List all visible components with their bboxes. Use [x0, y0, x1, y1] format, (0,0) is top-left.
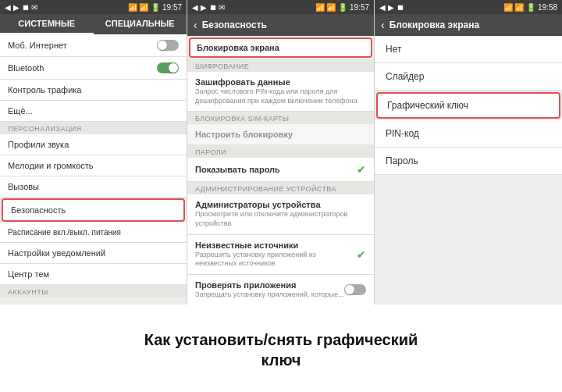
settings-item-more-label: Ещё... — [8, 106, 33, 116]
status-bar-2: ◀ ▶ ⏹ ✉ 📶 📶 🔋 19:57 — [187, 0, 374, 14]
security-item-lock-screen[interactable]: Блокировка экрана — [189, 37, 372, 58]
device-admins-subtitle: Просмотрите или отключите администраторо… — [195, 210, 366, 228]
verify-apps-subtitle: Запрещать установку приложений, которые.… — [195, 290, 344, 300]
toggle-bluetooth[interactable] — [157, 62, 179, 73]
settings-item-themes-label: Центр тем — [8, 269, 49, 279]
settings-item-schedule-label: Расписание вкл./выкл. питания — [8, 228, 121, 237]
show-password-title: Показывать пароль — [195, 165, 280, 174]
section-device-admin: АДМИНИСТРИРОВАНИЕ УСТРОЙСТВА — [187, 182, 374, 194]
verify-apps-title: Проверять приложения — [195, 280, 344, 290]
settings-item-ringtones-label: Мелодии и громкость — [8, 161, 94, 170]
lock-option-password[interactable]: Пароль — [375, 148, 562, 175]
settings-item-ringtones[interactable]: Мелодии и громкость — [0, 155, 187, 176]
security-sim-lock-title: Настроить блокировку — [195, 130, 366, 139]
settings-item-notifications[interactable]: Настройки уведомлений — [0, 243, 187, 264]
lock-option-pattern[interactable]: Графический ключ — [376, 92, 560, 119]
settings-item-themes[interactable]: Центр тем — [0, 264, 187, 285]
settings-item-bluetooth[interactable]: Bluetooth — [0, 57, 187, 80]
settings-item-sound-profiles[interactable]: Профили звука — [0, 134, 187, 155]
status-right-icons-3: 📶 📶 🔋 19:58 — [503, 3, 557, 12]
security-item-show-password[interactable]: Показывать пароль ✔ — [187, 158, 374, 182]
caption-line1: Как установить/снять графический — [144, 331, 418, 348]
security-item-device-admins[interactable]: Администраторы устройства Просмотрите ил… — [187, 194, 374, 234]
settings-item-schedule[interactable]: Расписание вкл./выкл. питания — [0, 223, 187, 243]
screen3-header: ‹ Блокировка экрана — [375, 14, 562, 36]
unknown-sources-text-block: Неизвестные источники Разрешить установк… — [195, 241, 357, 269]
screen3-title: Блокировка экрана — [389, 20, 479, 30]
section-accounts: АККАУНТЫ — [0, 285, 187, 298]
settings-item-security-label: Безопасность — [11, 205, 66, 215]
device-admins-title: Администраторы устройства — [195, 200, 366, 209]
security-item-sim-lock[interactable]: Настроить блокировку — [187, 124, 374, 145]
back-arrow-2[interactable]: ‹ — [194, 19, 197, 31]
status-left-icons-3: ◀ ▶ ⏹ — [379, 3, 404, 12]
caption-line2: ключ — [261, 351, 301, 369]
screen1-settings: ◀ ▶ ⏹ ✉ 📶 📶 🔋 19:57 СИСТЕМНЫЕ СПЕЦИАЛЬНЫ… — [0, 0, 187, 305]
security-item-verify-apps[interactable]: Проверять приложения Запрещать установку… — [187, 275, 374, 305]
section-encryption: ШИФРОВАНИЕ — [187, 59, 374, 72]
security-encrypt-title: Зашифровать данные — [195, 77, 366, 87]
settings-item-notifications-label: Настройки уведомлений — [8, 248, 105, 258]
verify-apps-text-block: Проверять приложения Запрещать установку… — [195, 280, 344, 300]
status-left-icons-2: ◀ ▶ ⏹ ✉ — [192, 3, 225, 12]
settings-list-1: Моб. Интернет Bluetooth Контроль трафика… — [0, 34, 187, 305]
settings-item-calls[interactable]: Вызовы — [0, 176, 187, 198]
screen2-header: ‹ Безопасность — [187, 14, 374, 36]
settings-item-mob-internet-label: Моб. Интернет — [8, 41, 67, 50]
section-sim-lock: БЛОКИРОВКА SIM-КАРТЫ — [187, 112, 374, 124]
security-item-unknown-sources[interactable]: Неизвестные источники Разрешить установк… — [187, 235, 374, 275]
screen3-lock-screen: ◀ ▶ ⏹ 📶 📶 🔋 19:58 ‹ Блокировка экрана Не… — [375, 0, 562, 305]
settings-item-security[interactable]: Безопасность — [2, 198, 185, 222]
security-item-encrypt[interactable]: Зашифровать данные Запрос числового PIN-… — [187, 72, 374, 112]
settings-item-traffic-label: Контроль трафика — [8, 85, 81, 94]
settings-item-bluetooth-label: Bluetooth — [8, 63, 44, 73]
status-left-icons-1: ◀ ▶ ⏹ ✉ — [5, 3, 37, 12]
settings-item-mob-internet[interactable]: Моб. Интернет — [0, 34, 187, 57]
lock-option-pin[interactable]: PIN-код — [375, 120, 562, 148]
security-content: Блокировка экрана ШИФРОВАНИЕ Зашифровать… — [187, 36, 374, 305]
verify-apps-row: Проверять приложения Запрещать установку… — [195, 280, 366, 300]
status-right-icons-2: 📶 📶 🔋 19:57 — [315, 3, 369, 12]
caption-bar: Как установить/снять графический ключ — [0, 305, 562, 392]
settings-item-sound-profiles-label: Профили звука — [8, 140, 69, 149]
back-arrow-3[interactable]: ‹ — [381, 19, 385, 31]
status-right-icons-1: 📶 📶 🔋 19:57 — [128, 3, 182, 12]
tab-bar-1: СИСТЕМНЫЕ СПЕЦИАЛЬНЫЕ — [0, 14, 187, 34]
toggle-verify-apps[interactable] — [344, 284, 366, 295]
lock-options-list: Нет Слайдер Графический ключ PIN-код Пар… — [375, 36, 562, 305]
status-bar-3: ◀ ▶ ⏹ 📶 📶 🔋 19:58 — [375, 0, 562, 14]
toggle-mob-internet[interactable] — [157, 40, 179, 51]
security-lock-screen-title: Блокировка экрана — [197, 43, 365, 52]
security-encrypt-subtitle: Запрос числового PIN-кода или пароля для… — [195, 87, 366, 105]
lock-option-slider[interactable]: Слайдер — [375, 63, 562, 91]
tab-system[interactable]: СИСТЕМНЫЕ — [0, 14, 94, 34]
caption-text: Как установить/снять графический ключ — [144, 330, 418, 370]
screen2-security: ◀ ▶ ⏹ ✉ 📶 📶 🔋 19:57 ‹ Безопасность Блоки… — [187, 0, 375, 305]
settings-item-calls-label: Вызовы — [8, 182, 39, 191]
check-show-password: ✔ — [357, 163, 366, 176]
tab-special[interactable]: СПЕЦИАЛЬНЫЕ — [94, 14, 187, 34]
section-personalization: ПЕРСОНАЛИЗАЦИЯ — [0, 122, 187, 134]
check-unknown-sources: ✔ — [357, 248, 366, 261]
settings-item-more[interactable]: Ещё... — [0, 101, 187, 122]
show-password-row: Показывать пароль ✔ — [195, 163, 366, 176]
settings-item-traffic[interactable]: Контроль трафика — [0, 80, 187, 101]
lock-option-none[interactable]: Нет — [375, 36, 562, 63]
unknown-sources-title: Неизвестные источники — [195, 241, 357, 250]
unknown-sources-subtitle: Разрешить установку приложений из неизве… — [195, 251, 357, 269]
unknown-sources-row: Неизвестные источники Разрешить установк… — [195, 241, 366, 269]
status-bar-1: ◀ ▶ ⏹ ✉ 📶 📶 🔋 19:57 — [0, 0, 187, 14]
section-passwords: ПАРОЛИ — [187, 145, 374, 158]
screen2-title: Безопасность — [202, 20, 267, 30]
